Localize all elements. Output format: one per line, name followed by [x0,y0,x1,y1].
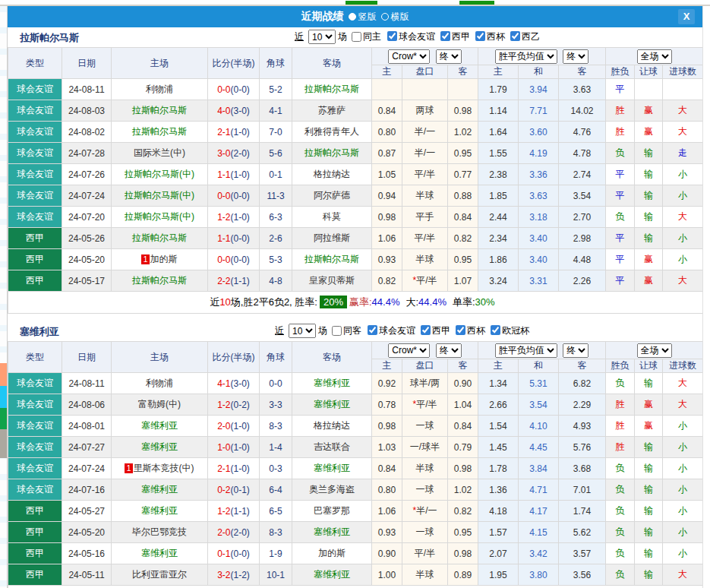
col-type: 类型 [8,48,62,79]
league-checkbox[interactable] [456,325,465,335]
ah-home-odds: 0.90 [372,543,402,564]
league-checkbox[interactable] [421,325,431,335]
away-team: 格拉纳达 [292,164,372,185]
ah-away-odds: 0.84 [448,416,478,437]
eu-away-odds: 5.62 [559,522,606,543]
league-label: 西甲 [452,31,470,42]
background-page-right-sliver [702,6,710,588]
corner-count: 5-6 [260,143,292,164]
home-team: 拉斯帕尔马斯(中) [112,164,208,185]
ah-home-odds: 0.84 [372,458,402,479]
summary-record: 场,胜2平6负2, 胜率: [231,296,317,308]
horizontal-layout-radio[interactable] [381,13,389,21]
eu-draw-odds: 4.19 [519,143,559,164]
match-count-select[interactable]: 10 [308,30,336,44]
table-row: 球会友谊 24-08-06 富勒姆(中) 1-2(0-2) 3-3 塞维利亚 0… [8,394,703,416]
away-team: 苏雅萨 [292,100,372,122]
match-score: 2-1(1-0) [208,458,260,479]
results-table: 类型 日期 主场 比分(半场) 角球 客场 Crow* 终 胜平负均值 终 [8,47,702,314]
match-score: 1-0(1-0) [208,437,260,458]
ah-handicap: *半/一 [402,501,448,522]
fulltime-select[interactable]: 全场 [637,343,672,358]
match-score: 0-0(0-0) [208,79,260,100]
team-name: 塞维利亚 [20,325,59,339]
away-team: 塞维利亚 [292,564,372,586]
league-checkbox[interactable] [475,31,485,41]
result-wdl: 胜 [606,122,635,143]
away-team: 巴塞罗那 [292,501,372,522]
result-wdl: 平 [606,249,635,270]
league-checkbox[interactable] [368,325,377,335]
vertical-layout-radio[interactable] [349,13,356,21]
league-checkbox[interactable] [387,31,397,41]
ah-away-odds: 0.77 [448,164,478,185]
background-page-left-sliver [0,6,8,588]
match-date: 24-05-20 [62,249,112,270]
match-type-badge: 西甲 [8,249,62,270]
same-venue-checkbox[interactable] [352,32,361,42]
result-handicap: 赢 [635,270,663,292]
ah-away-odds: 1.02 [448,479,478,501]
result-goals: 小 [663,416,703,437]
match-date: 24-05-11 [62,564,112,586]
result-handicap: 赢 [635,122,663,143]
home-team: 塞维利亚 [112,479,208,501]
ah-away-odds: 0.88 [448,185,478,207]
eu-away-odds: 3.57 [559,543,606,564]
eu-home-odds: 1.86 [478,249,519,270]
final-odds-select[interactable]: 终 [436,343,462,358]
away-team: 奥兰多海盗 [292,479,372,501]
match-type-badge: 西甲 [8,543,62,564]
same-venue-checkbox[interactable] [332,326,342,336]
match-date: 24-07-27 [62,437,112,458]
home-team: 利物浦 [112,373,208,394]
final-odds-select[interactable]: 终 [436,49,462,64]
ah-handicap: 球半/两 [402,373,448,394]
match-count-select[interactable]: 10 [289,324,316,338]
europe-mean-select[interactable]: 胜平负均值 [495,343,557,358]
match-type-badge: 球会友谊 [8,143,62,164]
result-handicap [635,79,663,100]
europe-mean-select[interactable]: 胜平负均值 [495,49,557,64]
summary-label: 单率: [453,296,475,308]
ah-away-odds: 0.82 [448,228,478,249]
ah-away-odds: 0.98 [448,100,478,122]
ah-home-odds: 0.93 [372,249,402,270]
eu-away-odds: 3.54 [559,185,606,207]
team-section: 拉斯帕尔马斯 近 10 场 同主 球会友谊西甲西杯西乙 类型 日期 [8,27,702,314]
match-date: 24-05-16 [62,543,112,564]
near-link[interactable]: 近 [295,30,304,43]
away-team: 拉斯帕尔马斯 [292,79,372,100]
ah-handicap: 平/半 [402,228,448,249]
near-link[interactable]: 近 [275,324,284,337]
ah-home-odds: 1.00 [372,564,402,586]
final-odds-select-2[interactable]: 终 [563,49,589,64]
corner-count: 3-3 [260,394,292,416]
eu-away-odds: 2.29 [559,394,606,416]
table-row: 西甲 24-05-20 1加的斯 0-0(0-0) 5-3 拉斯帕尔马斯 0.9… [8,249,703,270]
fulltime-select[interactable]: 全场 [637,49,672,64]
ah-away-odds: 0.84 [448,207,478,228]
dialog-title: 近期战绩 [301,10,344,24]
league-checkbox[interactable] [440,31,450,41]
bookmaker-select[interactable]: Crow* [388,343,430,358]
table-row: 球会友谊 24-07-28 国际米兰(中) 3-0(2-0) 5-6 拉斯帕尔马… [8,143,703,164]
final-odds-select-2[interactable]: 终 [563,343,589,358]
result-wdl: 胜 [606,394,635,416]
eu-draw-odds: 3.84 [519,458,559,479]
close-icon[interactable]: X [678,9,695,24]
col-home: 主场 [112,342,208,373]
league-checkbox[interactable] [510,31,520,41]
result-goals: 小 [663,437,703,458]
background-page-top-sliver [0,0,710,6]
col-score: 比分(半场) [208,48,260,79]
subcol-handicap-result: 让球 [635,359,663,373]
match-score: 3-0(2-0) [208,143,260,164]
league-checkbox[interactable] [491,325,500,335]
table-row: 球会友谊 24-08-02 拉斯帕尔马斯 2-1(1-0) 7-0 利雅得青年人… [8,122,703,143]
eu-away-odds: 7.01 [559,479,606,501]
bookmaker-select[interactable]: Crow* [388,49,430,64]
corner-count: 0-0 [260,373,292,394]
summary-text [447,296,453,308]
match-type-badge: 西甲 [8,564,62,586]
